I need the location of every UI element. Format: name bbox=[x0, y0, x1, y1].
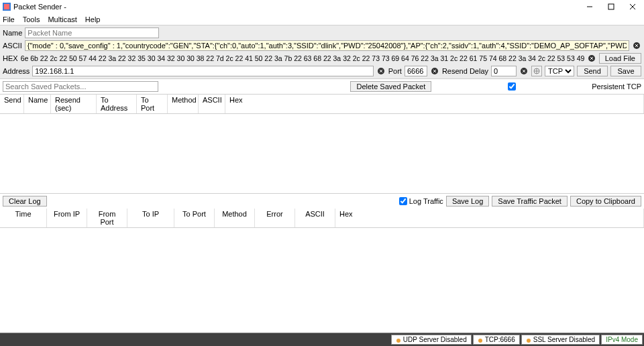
status-tcp[interactable]: TCP:6666 bbox=[473, 335, 520, 345]
menu-file[interactable]: File bbox=[3, 15, 15, 23]
status-udp-label: UDP Server Disabled bbox=[403, 336, 467, 343]
send-button[interactable]: Send bbox=[577, 66, 608, 76]
port-input[interactable] bbox=[405, 66, 427, 76]
log-controls: Clear Log Log Traffic Save Log Save Traf… bbox=[0, 193, 644, 209]
persistent-tcp-check[interactable] bbox=[434, 82, 590, 91]
copy-clipboard-button[interactable]: Copy to Clipboard bbox=[570, 196, 641, 207]
ascii-clear-icon[interactable] bbox=[632, 41, 641, 50]
titlebar: Packet Sender - bbox=[0, 0, 644, 13]
col-send[interactable]: Send bbox=[0, 95, 24, 113]
lcol-ascii[interactable]: ASCII bbox=[295, 209, 335, 227]
hex-display: 6e 6b 22 2c 22 50 57 44 22 3a 22 32 35 3… bbox=[21, 54, 584, 62]
packets-table-header: Send Name Resend (sec) To Address To Por… bbox=[0, 95, 644, 114]
port-clear-icon[interactable] bbox=[430, 66, 439, 76]
lcol-method[interactable]: Method bbox=[215, 209, 255, 227]
sun-icon bbox=[478, 337, 483, 343]
svg-point-24 bbox=[396, 339, 400, 343]
menu-tools[interactable]: Tools bbox=[23, 15, 40, 23]
menubar: File Tools Multicast Help bbox=[0, 13, 644, 25]
toolbar: Name ASCII HEX 6e 6b 22 2c 22 50 57 44 2… bbox=[0, 25, 644, 79]
ascii-label: ASCII bbox=[3, 42, 22, 50]
load-file-button[interactable]: Load File bbox=[599, 53, 641, 64]
packets-table-body bbox=[0, 114, 644, 193]
col-name[interactable]: Name bbox=[24, 95, 51, 113]
persistent-tcp-checkbox[interactable]: Persistent TCP bbox=[434, 82, 641, 91]
status-ipv4-label: IPv4 Mode bbox=[606, 336, 638, 343]
lcol-error[interactable]: Error bbox=[255, 209, 295, 227]
svg-point-25 bbox=[478, 339, 482, 343]
lcol-fromip[interactable]: From IP bbox=[47, 209, 87, 227]
svg-rect-3 bbox=[608, 4, 614, 9]
name-label: Name bbox=[3, 29, 22, 37]
lcol-fromport[interactable]: From Port bbox=[87, 209, 127, 227]
status-tcp-label: TCP:6666 bbox=[485, 336, 515, 343]
app-icon bbox=[3, 3, 11, 11]
log-traffic-checkbox[interactable]: Log Traffic bbox=[399, 197, 443, 205]
lcol-time[interactable]: Time bbox=[0, 209, 47, 227]
close-button[interactable] bbox=[628, 2, 637, 11]
protocol-select[interactable]: TCP bbox=[545, 66, 574, 76]
svg-rect-1 bbox=[4, 4, 9, 9]
status-ipv4[interactable]: IPv4 Mode bbox=[601, 335, 643, 345]
sun-icon bbox=[526, 337, 531, 343]
lcol-toip[interactable]: To IP bbox=[127, 209, 174, 227]
col-toaddr[interactable]: To Address bbox=[97, 95, 137, 113]
log-traffic-label: Log Traffic bbox=[409, 197, 443, 205]
hex-clear-icon[interactable] bbox=[587, 54, 596, 63]
status-ssl[interactable]: SSL Server Disabled bbox=[521, 335, 600, 345]
name-input[interactable] bbox=[25, 27, 159, 38]
menu-help[interactable]: Help bbox=[85, 15, 101, 23]
resend-label: Resend Delay bbox=[442, 67, 488, 75]
log-table-body bbox=[0, 228, 644, 333]
window-title: Packet Sender - bbox=[13, 3, 585, 11]
svg-point-26 bbox=[527, 339, 531, 343]
col-method[interactable]: Method bbox=[168, 95, 199, 113]
save-button[interactable]: Save bbox=[610, 66, 641, 76]
port-label: Port bbox=[388, 67, 402, 75]
status-udp[interactable]: UDP Server Disabled bbox=[391, 335, 472, 345]
sun-icon bbox=[396, 337, 401, 343]
maximize-button[interactable] bbox=[606, 2, 616, 11]
col-ascii[interactable]: ASCII bbox=[199, 95, 225, 113]
lcol-hex[interactable]: Hex bbox=[335, 209, 644, 227]
clear-log-button[interactable]: Clear Log bbox=[3, 196, 47, 207]
window-controls bbox=[585, 2, 641, 11]
address-label: Address bbox=[3, 67, 30, 75]
address-input[interactable] bbox=[32, 66, 373, 76]
search-row: Delete Saved Packet Persistent TCP bbox=[0, 79, 644, 95]
save-log-button[interactable]: Save Log bbox=[446, 196, 489, 207]
address-clear-icon[interactable] bbox=[376, 66, 386, 76]
search-input[interactable] bbox=[3, 81, 158, 92]
lcol-toport[interactable]: To Port bbox=[174, 209, 215, 227]
statusbar: UDP Server Disabled TCP:6666 SSL Server … bbox=[0, 333, 644, 346]
resend-input[interactable] bbox=[491, 66, 517, 76]
resend-clear-icon[interactable] bbox=[519, 66, 529, 76]
minimize-button[interactable] bbox=[585, 2, 594, 11]
menu-multicast[interactable]: Multicast bbox=[48, 15, 76, 23]
network-icon-button[interactable] bbox=[531, 66, 542, 76]
ascii-input[interactable] bbox=[25, 40, 629, 51]
col-hex[interactable]: Hex bbox=[225, 95, 644, 113]
hex-label: HEX bbox=[3, 54, 18, 62]
col-resend[interactable]: Resend (sec) bbox=[51, 95, 97, 113]
col-toport[interactable]: To Port bbox=[137, 95, 168, 113]
status-ssl-label: SSL Server Disabled bbox=[533, 336, 595, 343]
save-traffic-button[interactable]: Save Traffic Packet bbox=[492, 196, 568, 207]
delete-saved-button[interactable]: Delete Saved Packet bbox=[350, 81, 431, 92]
log-table-header: Time From IP From Port To IP To Port Met… bbox=[0, 209, 644, 228]
log-traffic-check[interactable] bbox=[399, 197, 407, 205]
persistent-tcp-label: Persistent TCP bbox=[592, 82, 641, 91]
